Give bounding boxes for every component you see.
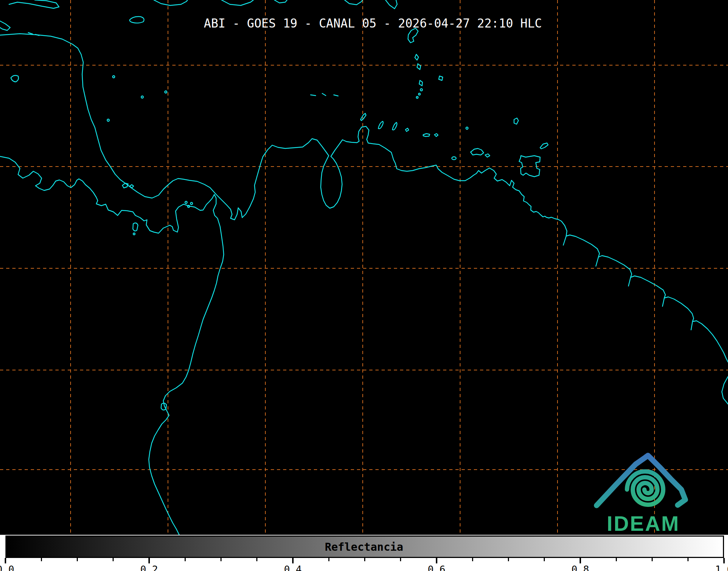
colorbar-minor-tick: [652, 558, 653, 561]
colorbar-major-tick: [5, 558, 6, 563]
colorbar-minor-tick: [185, 558, 186, 561]
colorbar-major-tick: [436, 558, 437, 563]
colorbar-minor-tick: [544, 558, 545, 561]
colorbar-label: Reflectancia: [0, 541, 728, 553]
colorbar-major-tick: [292, 558, 294, 563]
colorbar-minor-tick: [687, 558, 689, 561]
colorbar-minor-tick: [328, 558, 329, 561]
colorbar-strip: Reflectancia 0.00.20.40.60.81.0: [0, 535, 728, 571]
logo-text: IDEAM: [607, 512, 680, 535]
colorbar-minor-tick: [256, 558, 257, 561]
colorbar-minor-tick: [472, 558, 473, 561]
ideam-logo: IDEAM: [0, 0, 728, 535]
colorbar-minor-tick: [400, 558, 401, 561]
image-title: ABI - GOES 19 - CANAL 05 - 2026-04-27 22…: [204, 16, 542, 30]
colorbar-major-tick: [580, 558, 581, 563]
colorbar-tick-label-2: 0.4: [284, 564, 302, 571]
colorbar-minor-tick: [364, 558, 365, 561]
colorbar-minor-tick: [113, 558, 114, 561]
logo-spiral-icon: [627, 471, 663, 505]
colorbar-minor-tick: [508, 558, 509, 561]
map-area: IDEAM ABI - GOES 19 - CANAL 05 - 2026-04…: [0, 0, 728, 535]
colorbar-major-tick: [723, 558, 725, 563]
colorbar-minor-tick: [41, 558, 42, 561]
colorbar-minor-tick: [616, 558, 617, 561]
colorbar-minor-tick: [220, 558, 222, 561]
colorbar-major-tick: [148, 558, 150, 563]
colorbar-tick-label-5: 1.0: [715, 564, 728, 571]
colorbar-tick-label-3: 0.6: [428, 564, 446, 571]
colorbar-tick-label-1: 0.2: [140, 564, 158, 571]
colorbar-minor-tick: [77, 558, 78, 561]
colorbar-tick-label-0: 0.0: [0, 564, 14, 571]
colorbar-tick-label-4: 0.8: [572, 564, 589, 571]
satellite-image-viewer: IDEAM ABI - GOES 19 - CANAL 05 - 2026-04…: [0, 0, 728, 571]
